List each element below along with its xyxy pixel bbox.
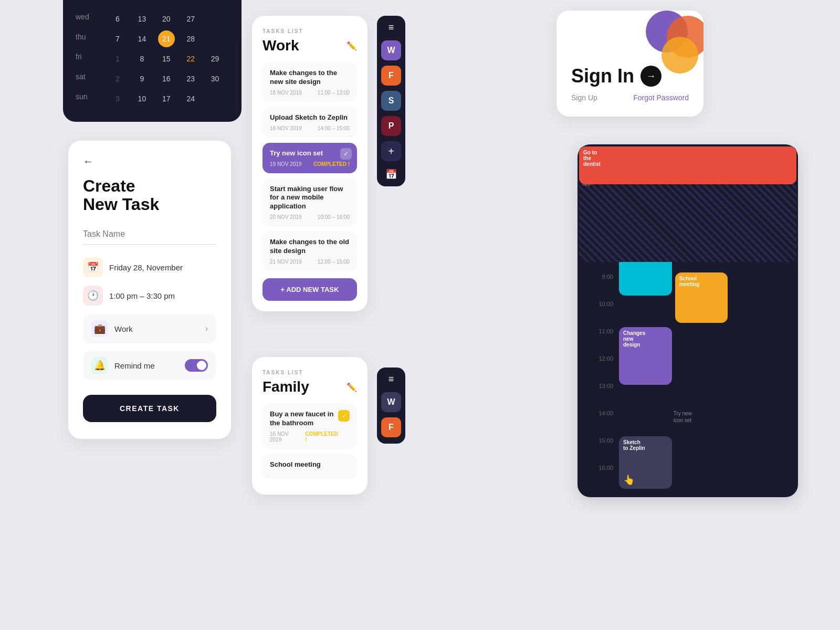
chevron-right-icon: › [205, 324, 208, 333]
event-sketch[interactable]: Sketchto Zeplin 👆 [619, 436, 672, 489]
cal-num[interactable]: 30 [207, 70, 224, 87]
cal-num[interactable]: 2 [109, 70, 126, 87]
cell-thu-11 [674, 325, 730, 352]
task-name: Try new icon set [270, 149, 350, 158]
cell-fri-10 [729, 298, 785, 325]
cal-today[interactable]: 21 [158, 30, 175, 47]
family-section-label: TASKS LIST [262, 370, 357, 375]
cal-num[interactable]: 1 [109, 50, 126, 67]
event-dentist[interactable]: Go tothedentist [579, 146, 796, 184]
task-name: Upload Sketch to Zeplin [270, 113, 350, 122]
task-name: Make changes to the new site design [270, 69, 350, 87]
schedule-card: ← ≡ Schedule Week Month wed thu fri 8:00… [578, 144, 798, 497]
signin-card: Sign In → Sign Up Forgot Password [556, 10, 704, 117]
task-name: Make changes to the old site design [270, 238, 350, 256]
cal-num[interactable]: 13 [133, 10, 150, 27]
task-item[interactable]: Make changes to the new site design 18 N… [262, 62, 357, 102]
task-meta: 21 NOV 201912:00 – 15:00 [270, 259, 350, 265]
cell-thu-15 [674, 434, 730, 461]
task-name: Buy a new faucet in the bathroom [270, 410, 338, 428]
remind-row: 🔔 Remind me [83, 351, 216, 380]
cal-num[interactable]: 15 [158, 50, 175, 67]
cal-num[interactable]: 10 [133, 90, 150, 107]
time-label-12: 12:00 [590, 352, 617, 380]
sidebar-avatar-f[interactable]: F [381, 66, 401, 86]
edit-icon[interactable]: ✏️ [346, 41, 357, 51]
time-label-14: 14:00 [590, 407, 617, 434]
event-changes[interactable]: Changesnewdesign [619, 327, 672, 385]
family-tasks-card: TASKS LIST Family ✏️ Buy a new faucet in… [252, 357, 368, 495]
cell-fri-14 [729, 407, 785, 434]
cal-num[interactable]: 27 [182, 10, 199, 27]
cal-num[interactable]: 20 [158, 10, 175, 27]
edit-icon[interactable]: ✏️ [346, 382, 357, 392]
task-name: School meeting [270, 460, 350, 469]
cal-num[interactable]: 22 [182, 50, 199, 67]
sidebar-avatar-w[interactable]: W [381, 40, 401, 60]
cursor-icon: 👆 [623, 474, 635, 486]
remind-icon: 🔔 [91, 357, 108, 374]
cell-thu-14: Try newicon set [674, 407, 730, 434]
task-item[interactable]: Upload Sketch to Zeplin 18 NOV 201914:00… [262, 107, 357, 138]
category-icon: 💼 [91, 320, 108, 337]
task-name-input[interactable] [83, 226, 216, 245]
add-task-button[interactable]: + ADD NEW TASK [262, 278, 357, 301]
cal-num[interactable]: 23 [182, 70, 199, 87]
time-label-10: 10:00 [590, 298, 617, 325]
task-date: 19 NOV 2019 [270, 161, 302, 167]
work-tasks-card: TASKS LIST Work ✏️ Make changes to the n… [252, 16, 368, 311]
forgot-password-link[interactable]: Forgot Password [633, 93, 689, 102]
cal-num[interactable]: 9 [133, 70, 150, 87]
category-label: Work [114, 324, 133, 333]
sidebar-avatar-w2[interactable]: W [381, 392, 401, 412]
cal-num[interactable]: 17 [158, 90, 175, 107]
time-icon: 🕐 [83, 286, 103, 306]
remind-label: Remind me [114, 361, 155, 370]
work-tasks-title: Work ✏️ [262, 37, 357, 54]
cell-thu-9: Schoolmeeting [674, 270, 730, 298]
cal-num[interactable]: 3 [109, 90, 126, 107]
cal-day-sat: sat [76, 70, 107, 87]
create-task-button[interactable]: CREATE TASK [83, 395, 216, 422]
cell-fri-13 [729, 380, 785, 407]
event-school[interactable]: Schoolmeeting [675, 272, 728, 323]
sidebar-avatar-f2[interactable]: F [381, 417, 401, 437]
signup-link[interactable]: Sign Up [571, 93, 597, 102]
cal-num[interactable]: 7 [109, 30, 126, 47]
cal-num[interactable]: 28 [182, 30, 199, 47]
sidebar-avatar-p[interactable]: P [381, 116, 401, 136]
task-item[interactable]: Start making user flow for a new mobile … [262, 178, 357, 227]
category-row[interactable]: 💼 Work › [83, 314, 216, 343]
back-button[interactable]: ← [83, 155, 216, 167]
add-list-button[interactable]: + [381, 141, 401, 161]
hamburger-icon[interactable]: ≡ [388, 374, 394, 385]
cell-wed-10 [617, 298, 674, 325]
hamburger-icon[interactable]: ≡ [388, 22, 394, 33]
cal-num[interactable]: 8 [133, 50, 150, 67]
task-item-completed[interactable]: Try new icon set 19 NOV 2019 COMPLETED !… [262, 143, 357, 173]
family-tasks-title: Family ✏️ [262, 379, 357, 395]
completed-badge: COMPLETED ! [313, 161, 350, 167]
cal-num[interactable]: 16 [158, 70, 175, 87]
task-meta: 20 NOV 201910:00 – 16:00 [270, 214, 350, 220]
decorative-circle-yellow [662, 37, 698, 74]
task-name: Start making user flow for a new mobile … [270, 185, 350, 212]
time-label-13: 13:00 [590, 380, 617, 407]
cal-num[interactable]: 14 [133, 30, 150, 47]
cell-wed-14 [617, 407, 674, 434]
cal-day-sun: sun [76, 90, 107, 107]
cell-fri-16: Go tothedentist [729, 461, 785, 489]
cal-num[interactable]: 29 [207, 50, 224, 67]
remind-toggle[interactable] [185, 359, 208, 372]
task-item[interactable]: School meeting [262, 454, 357, 479]
signin-button[interactable]: → [640, 66, 662, 87]
cell-wed-11: Changesnewdesign [617, 325, 674, 352]
event-try-icon[interactable]: Try newicon set [674, 407, 730, 424]
cal-num[interactable]: 24 [182, 90, 199, 107]
task-item[interactable]: Make changes to the old site design 21 N… [262, 232, 357, 271]
task-meta: 18 NOV 201911:00 – 13:00 [270, 90, 350, 96]
calendar-nav-icon[interactable]: 📅 [385, 169, 397, 180]
cal-num[interactable]: 6 [109, 10, 126, 27]
task-item[interactable]: Buy a new faucet in the bathroom 16 NOV … [262, 404, 357, 449]
sidebar-avatar-s[interactable]: S [381, 91, 401, 111]
